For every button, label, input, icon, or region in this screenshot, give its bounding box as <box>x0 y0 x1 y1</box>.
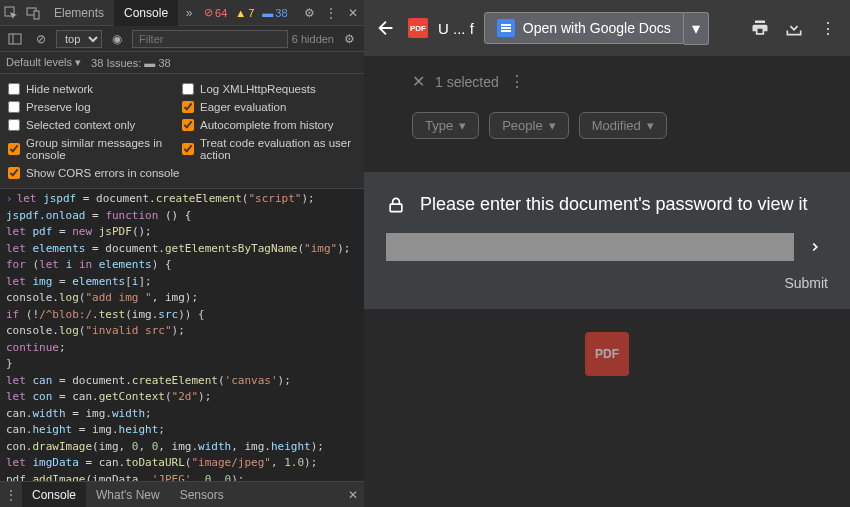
selection-kebab-icon[interactable]: ⋮ <box>509 72 525 91</box>
open-with-group: Open with Google Docs ▾ <box>484 12 709 45</box>
issues-bar: Default levels ▾ 38 Issues: ▬ 38 <box>0 52 364 74</box>
tab-elements[interactable]: Elements <box>44 0 114 26</box>
pdf-viewer: PDF U ... f Open with Google Docs ▾ ⋮ ✕ … <box>364 0 850 507</box>
devtools-panel: Elements Console » ⊘ 64 ▲ 7 ▬ 38 ⚙ ⋮ ✕ ⊘… <box>0 0 364 507</box>
drawer-tab-console[interactable]: Console <box>22 482 86 508</box>
selection-count: 1 selected <box>435 74 499 90</box>
check-show-cors[interactable]: Show CORS errors in console <box>8 164 182 182</box>
check-selected-ctx[interactable]: Selected context only <box>8 116 182 134</box>
submit-button[interactable]: Submit <box>386 275 828 291</box>
filter-chips: ✕ 1 selected ⋮ <box>412 72 525 91</box>
chip-modified[interactable]: Modified ▾ <box>579 112 667 139</box>
sidebar-toggle-icon[interactable] <box>7 31 23 47</box>
devtools-drawer-tabs: ⋮ Console What's New Sensors ✕ <box>0 481 364 507</box>
password-dialog: Please enter this document's password to… <box>364 172 850 309</box>
clear-icon[interactable]: ⊘ <box>33 31 49 47</box>
print-icon[interactable] <box>748 16 772 40</box>
gear-icon[interactable]: ⚙ <box>301 5 317 21</box>
open-with-button[interactable]: Open with Google Docs <box>484 12 684 44</box>
chip-row: Type ▾ People ▾ Modified ▾ <box>412 112 667 139</box>
open-with-caret[interactable]: ▾ <box>684 12 709 45</box>
svg-rect-2 <box>34 11 39 19</box>
filter-input[interactable] <box>132 30 288 48</box>
eye-icon[interactable]: ◉ <box>109 31 125 47</box>
pdf-badge-icon: PDF <box>408 18 428 38</box>
error-badge[interactable]: ⊘ 64 <box>200 6 231 19</box>
console-gear-icon[interactable]: ⚙ <box>341 31 357 47</box>
password-prompt-text: Please enter this document's password to… <box>420 194 808 215</box>
pdf-thumbnail-icon: PDF <box>585 332 629 376</box>
check-preserve-log[interactable]: Preserve log <box>8 98 182 116</box>
issues-label[interactable]: 38 Issues: ▬ 38 <box>91 57 171 69</box>
hidden-count: 6 hidden <box>292 33 334 45</box>
tab-console[interactable]: Console <box>114 0 178 26</box>
drawer-tab-sensors[interactable]: Sensors <box>170 482 234 508</box>
lock-icon <box>386 195 406 215</box>
check-autocomplete[interactable]: Autocomplete from history <box>182 116 356 134</box>
levels-dropdown[interactable]: Default levels ▾ <box>6 56 81 69</box>
more-icon[interactable]: ⋮ <box>816 16 840 40</box>
devtools-tabbar: Elements Console » ⊘ 64 ▲ 7 ▬ 38 ⚙ ⋮ ✕ <box>0 0 364 26</box>
drawer-tab-whatsnew[interactable]: What's New <box>86 482 170 508</box>
console-output[interactable]: ›let jspdf = document.createElement("scr… <box>0 189 364 481</box>
viewer-toolbar: PDF U ... f Open with Google Docs ▾ ⋮ <box>364 0 850 56</box>
context-select[interactable]: top <box>56 30 102 48</box>
drawer-close-icon[interactable]: ✕ <box>345 487 361 503</box>
console-settings: Hide network Preserve log Selected conte… <box>0 74 364 189</box>
chip-people[interactable]: People ▾ <box>489 112 568 139</box>
download-icon[interactable] <box>782 16 806 40</box>
document-title: U ... f <box>438 20 474 37</box>
inspect-icon[interactable] <box>3 5 19 21</box>
warn-badge[interactable]: ▲ 7 <box>231 7 258 19</box>
check-log-xhr[interactable]: Log XMLHttpRequests <box>182 80 356 98</box>
device-icon[interactable] <box>25 5 41 21</box>
close-icon[interactable]: ✕ <box>345 5 361 21</box>
check-group-similar[interactable]: Group similar messages in console <box>8 134 182 164</box>
back-arrow-icon[interactable] <box>374 16 398 40</box>
svg-rect-3 <box>9 34 21 44</box>
password-go-icon[interactable] <box>802 234 828 260</box>
chip-type[interactable]: Type ▾ <box>412 112 479 139</box>
viewer-content: ✕ 1 selected ⋮ Type ▾ People ▾ Modified … <box>364 56 850 507</box>
password-input[interactable] <box>386 233 794 261</box>
kebab-icon[interactable]: ⋮ <box>323 5 339 21</box>
close-selection-icon[interactable]: ✕ <box>412 72 425 91</box>
check-treat-user[interactable]: Treat code evaluation as user action <box>182 134 356 164</box>
console-toolbar: ⊘ top ◉ 6 hidden ⚙ <box>0 26 364 52</box>
more-tabs-icon[interactable]: » <box>181 5 197 21</box>
check-eager-eval[interactable]: Eager evaluation <box>182 98 356 116</box>
svg-rect-5 <box>390 204 402 212</box>
google-docs-icon <box>497 19 515 37</box>
drawer-kebab-icon[interactable]: ⋮ <box>3 487 19 503</box>
info-badge[interactable]: ▬ 38 <box>258 7 291 19</box>
check-hide-network[interactable]: Hide network <box>8 80 182 98</box>
